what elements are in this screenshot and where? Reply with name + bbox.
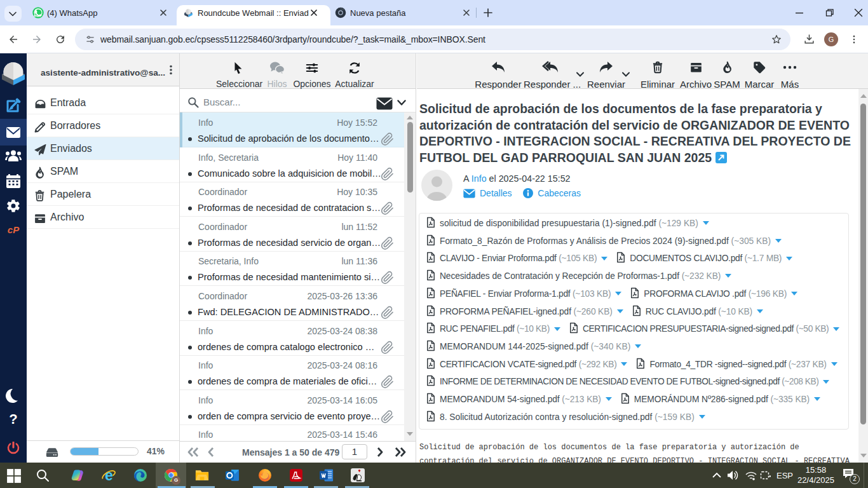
svg-text:e: e [105, 468, 113, 483]
